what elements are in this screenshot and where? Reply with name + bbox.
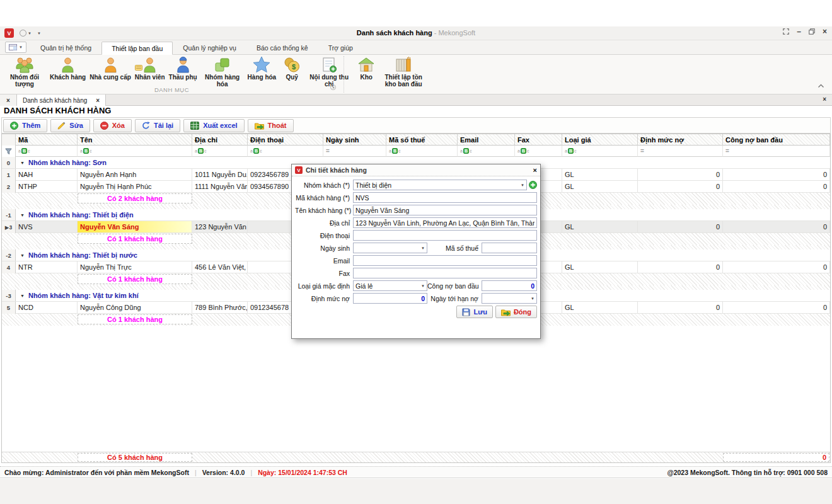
filter-cell-loaigia[interactable]: aBc <box>562 146 638 157</box>
ribbon-item-noi-dung-thu-chi[interactable]: Nội dung thu chi <box>306 55 352 88</box>
cell-loaigia[interactable]: GL <box>562 181 638 193</box>
filter-cell-dinhmucno[interactable]: = <box>638 146 723 157</box>
cell-dinhmucno[interactable]: 0 <box>638 221 723 233</box>
cell-ma[interactable]: NTR <box>16 261 78 273</box>
ribbon-app-button[interactable]: ▼ <box>5 42 26 53</box>
tai-lai-button[interactable]: Tải lại <box>135 119 180 132</box>
thoat-button[interactable]: Thoát <box>248 119 294 132</box>
dia-chi-field[interactable] <box>353 217 537 228</box>
cell-loaigia[interactable]: GL <box>562 169 638 181</box>
cell-diachi[interactable]: 789 Bình Phước, ... <box>192 302 248 314</box>
cell-ten[interactable]: Nguyễn Thị Hạnh Phúc <box>78 181 192 193</box>
column-header-dienthoai[interactable]: Điện thoại <box>248 134 323 146</box>
cell-diachi[interactable]: 123 Nguyễn Văn ... <box>192 221 248 233</box>
ribbon-item-nhom-doi-tuong[interactable]: Nhóm đối tượng <box>1 55 48 88</box>
loai-gia-mac-dinh-combo[interactable]: Giá lẻ▼ <box>353 280 427 291</box>
column-header-fax[interactable]: Fax <box>515 134 562 146</box>
filter-cell-ten[interactable]: aBc <box>78 146 192 157</box>
column-header-masothue[interactable]: Mã số thuế <box>386 134 458 146</box>
ribbon-item-thau-phu[interactable]: Thầu phụ <box>167 55 199 81</box>
column-header-ten[interactable]: Tên <box>78 134 192 146</box>
cell-ma[interactable]: NAH <box>16 169 78 181</box>
filter-cell-congno[interactable]: = <box>723 146 830 157</box>
ma-khach-hang-field[interactable] <box>353 192 537 203</box>
filter-cell-fax[interactable]: aBc <box>515 146 562 157</box>
luu-button[interactable]: Lưu <box>456 306 492 318</box>
column-header-loaigia[interactable]: Loại giá <box>562 134 638 146</box>
cell-loaigia[interactable]: GL <box>562 261 638 273</box>
ribbon-item-hang-hoa[interactable]: Hàng hóa <box>246 55 279 81</box>
filter-cell-ma[interactable]: aBc <box>16 146 78 157</box>
column-header-congno[interactable]: Công nợ ban đầu <box>723 134 830 146</box>
cell-dinhmucno[interactable]: 0 <box>638 261 723 273</box>
cell-ten[interactable]: Nguyễn Công Dũng <box>78 302 192 314</box>
collapse-triangle-icon[interactable]: ▼ <box>20 161 25 165</box>
ribbon-tab-quan-tri-he-thong[interactable]: Quản trị hệ thống <box>30 41 101 54</box>
ten-khach-hang-field[interactable] <box>353 205 537 215</box>
xoa-button[interactable]: Xóa <box>93 119 132 132</box>
cell-congno[interactable]: 0 <box>723 302 830 314</box>
filter-cell-email[interactable]: aBc <box>458 146 515 157</box>
ngay-toi-han-no-combo[interactable]: ▼ <box>482 293 537 304</box>
column-header-ngaysinh[interactable]: Ngày sinh <box>323 134 386 146</box>
add-group-button[interactable] <box>529 181 537 189</box>
ribbon-tab-tro-giup[interactable]: Trợ giúp <box>318 41 363 54</box>
xuat-excel-button[interactable]: Xuất excel <box>183 119 244 132</box>
dien-thoai-field[interactable] <box>353 230 537 241</box>
cell-dinhmucno[interactable]: 0 <box>638 169 723 181</box>
cell-congno[interactable]: 0 <box>723 181 830 193</box>
ribbon-item-kho[interactable]: Kho <box>352 55 380 81</box>
cell-ma[interactable]: NVS <box>16 221 78 233</box>
nhom-khach-combo[interactable]: Thiết bị điện▼ <box>353 180 527 190</box>
ngay-sinh-combo[interactable]: ▼ <box>353 243 427 253</box>
dinh-muc-no-field[interactable] <box>353 293 427 304</box>
tab-close-icon[interactable]: × <box>96 97 100 104</box>
collapse-triangle-icon[interactable]: ▼ <box>20 253 25 258</box>
chevron-down-icon[interactable]: ▼ <box>521 183 524 187</box>
collapse-triangle-icon[interactable]: ▼ <box>20 213 25 217</box>
dialog-close-icon[interactable]: × <box>533 166 537 174</box>
them-button[interactable]: Thêm <box>3 119 47 132</box>
cell-congno[interactable]: 0 <box>723 221 830 233</box>
chevron-down-icon[interactable]: ▼ <box>421 246 425 250</box>
column-header-email[interactable]: Email <box>458 134 515 146</box>
cell-ma[interactable]: NCD <box>16 302 78 314</box>
ribbon-tab-thiet-lap-ban-dau[interactable]: Thiết lập ban đầu <box>101 42 173 55</box>
cell-loaigia[interactable]: GL <box>562 302 638 314</box>
column-header-ma[interactable]: Mã <box>16 134 78 146</box>
group-dialog-launcher-icon[interactable] <box>330 81 336 93</box>
cell-congno[interactable]: 0 <box>723 261 830 273</box>
collapse-triangle-icon[interactable]: ▼ <box>20 294 25 298</box>
fullscreen-button[interactable] <box>783 28 789 35</box>
ribbon-tab-quan-ly-nghiep-vu[interactable]: Quản lý nghiệp vụ <box>173 41 246 54</box>
cell-ten[interactable]: Nguyễn Anh Hạnh <box>78 169 192 181</box>
restore-button[interactable] <box>809 28 815 35</box>
cell-congno[interactable]: 0 <box>723 169 830 181</box>
fax-field[interactable] <box>353 268 537 278</box>
email-field[interactable] <box>353 255 537 266</box>
cong-no-ban-dau-field[interactable] <box>482 280 537 291</box>
close-all-tabs-button[interactable]: × <box>0 94 17 106</box>
cell-dinhmucno[interactable]: 0 <box>638 302 723 314</box>
ribbon-collapse-button[interactable] <box>818 79 824 91</box>
cell-diachi[interactable]: 1111 Nguyễn Văn... <box>192 181 248 193</box>
minimize-button[interactable]: – <box>797 28 801 35</box>
cell-ma[interactable]: NTHP <box>16 181 78 193</box>
column-header-diachi[interactable]: Địa chỉ <box>192 134 248 146</box>
ribbon-item-khach-hang[interactable]: Khách hàng <box>48 55 88 81</box>
cell-loaigia[interactable]: GL <box>562 221 638 233</box>
cell-dinhmucno[interactable]: 0 <box>638 181 723 193</box>
tabstrip-close-button[interactable]: × <box>823 96 826 103</box>
filter-cell-diachi[interactable]: aBc <box>192 146 248 157</box>
filter-cell-ngaysinh[interactable]: = <box>323 146 386 157</box>
ribbon-item-quy[interactable]: $Quỹ <box>278 55 306 81</box>
filter-cell-dienthoai[interactable]: aBc <box>248 146 323 157</box>
filter-cell-masothue[interactable]: aBc <box>386 146 458 157</box>
sua-button[interactable]: Sửa <box>50 119 90 132</box>
dong-button[interactable]: Đóng <box>495 306 537 318</box>
chevron-down-icon[interactable]: ▼ <box>531 297 534 301</box>
ribbon-item-nhan-vien[interactable]: Nhân viên <box>133 55 167 81</box>
ma-so-thue-field[interactable] <box>482 243 537 253</box>
cell-diachi[interactable]: 1011 Nguyễn Du... <box>192 169 248 181</box>
close-button[interactable]: × <box>823 28 827 35</box>
